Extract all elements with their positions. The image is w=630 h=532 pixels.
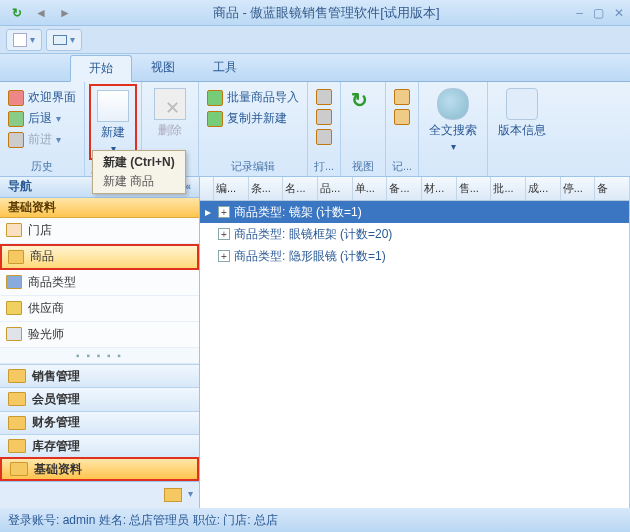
delete-icon: ✕ [154, 88, 186, 120]
search-icon [437, 88, 469, 120]
maximize-icon[interactable]: ▢ [593, 6, 604, 20]
app-menu-button[interactable]: ▾ [6, 29, 42, 51]
ribbon-group-search: 全文搜索▾ [419, 82, 488, 176]
tab-view[interactable]: 视图 [132, 54, 194, 81]
folder-icon [8, 392, 26, 406]
quick-access-bar: ▾ ▾ [0, 26, 630, 54]
back-button[interactable]: 后退▾ [4, 109, 80, 128]
grid-col-cost[interactable]: 成... [526, 177, 561, 200]
grid-col-price[interactable]: 售... [457, 177, 492, 200]
expand-icon[interactable]: + [218, 250, 230, 262]
expand-icon[interactable]: + [218, 228, 230, 240]
nav-item-optometrist[interactable]: 验光师 [0, 322, 199, 348]
grid-col-brand[interactable]: 品... [318, 177, 353, 200]
ribbon-group-version: 版本信息 [488, 82, 556, 176]
grid-col-unit[interactable]: 单... [353, 177, 388, 200]
tab-start[interactable]: 开始 [70, 55, 132, 82]
ribbon-label-memo: 记... [390, 157, 414, 176]
folder-icon [8, 416, 26, 430]
folder-icon[interactable] [164, 488, 182, 502]
ribbon-group-memo: 记... [386, 82, 419, 176]
nav-pane: 导航 « 基础资料 门店 商品 商品类型 供应商 验光师 ▪ ▪ ▪ ▪ ▪ 销… [0, 177, 200, 508]
bulk-import-button[interactable]: 批量商品导入 [203, 88, 303, 107]
refresh-view-button[interactable]: ↻ [345, 84, 381, 116]
ribbon-label-print: 打... [312, 157, 336, 176]
nav-forward-icon[interactable]: ► [54, 3, 76, 23]
grid-col-note[interactable]: 备 [595, 177, 630, 200]
folder-icon [8, 250, 24, 264]
memo-btn-2[interactable] [390, 108, 414, 126]
nav-item-product[interactable]: 商品 [0, 244, 199, 270]
tab-tools[interactable]: 工具 [194, 54, 256, 81]
grid-col-material[interactable]: 材... [422, 177, 457, 200]
nav-footer: ▾ [0, 481, 199, 508]
ribbon-tabs: 开始 视图 工具 [0, 54, 630, 82]
nav-cat-finance[interactable]: 财务管理 [0, 411, 199, 434]
chevron-down-icon[interactable]: ▾ [188, 488, 193, 499]
grid-group-row[interactable]: + 商品类型: 隐形眼镜 (计数=1) [200, 245, 629, 267]
grid-col-stop[interactable]: 停... [561, 177, 596, 200]
nav-section-header[interactable]: 基础资料 [0, 198, 199, 218]
fulltext-search-button[interactable]: 全文搜索▾ [423, 84, 483, 156]
copy-new-button[interactable]: 复制并新建 [203, 109, 303, 128]
title-left-controls: ↻ ◄ ► [6, 3, 76, 23]
nav-item-supplier[interactable]: 供应商 [0, 296, 199, 322]
grid-col-batch[interactable]: 批... [491, 177, 526, 200]
memo-btn-1[interactable] [390, 88, 414, 106]
print-btn-2[interactable] [312, 108, 336, 126]
ribbon-group-print: 打... [308, 82, 341, 176]
person-icon [6, 301, 22, 315]
new-button[interactable]: 新建▾ [89, 84, 137, 160]
nav-cat-stock[interactable]: 库存管理 [0, 434, 199, 457]
grid-group-row[interactable]: + 商品类型: 眼镜框架 (计数=20) [200, 223, 629, 245]
welcome-button[interactable]: 欢迎界面 [4, 88, 80, 107]
layout-button[interactable]: ▾ [46, 29, 82, 51]
refresh-icon[interactable]: ↻ [6, 3, 28, 23]
row-indicator-icon: ▸ [202, 205, 214, 219]
folder-open-icon [10, 462, 28, 476]
print-btn-3[interactable] [312, 128, 336, 146]
ribbon-group-history: 欢迎界面 后退▾ 前进▾ 历史 [0, 82, 85, 176]
nav-cat-member[interactable]: 会员管理 [0, 387, 199, 410]
delete-button[interactable]: ✕ 删除 [146, 84, 194, 143]
ribbon-group-view: ↻ 视图 [341, 82, 386, 176]
grid-col-name[interactable]: 名... [283, 177, 318, 200]
expand-icon[interactable]: + [218, 206, 230, 218]
forward-button[interactable]: 前进▾ [4, 130, 80, 149]
grid-col-code[interactable]: 编... [214, 177, 249, 200]
content-area: 编... 条... 名... 品... 单... 备... 材... 售... … [200, 177, 630, 508]
print-btn-1[interactable] [312, 88, 336, 106]
nav-resize-handle[interactable]: ▪ ▪ ▪ ▪ ▪ [0, 348, 199, 364]
grid-group-row[interactable]: ▸ + 商品类型: 镜架 (计数=1) [200, 201, 629, 223]
grid-header: 编... 条... 名... 品... 单... 备... 材... 售... … [200, 177, 630, 201]
window-title: 商品 - 傲蓝眼镜销售管理软件[试用版本] [76, 4, 576, 22]
tag-icon [6, 275, 22, 289]
tooltip-new: 新建 (Ctrl+N) 新建 商品 [92, 150, 186, 194]
folder-icon [8, 439, 26, 453]
home-icon [6, 223, 22, 237]
ribbon-label-record: 记录编辑 [203, 157, 303, 176]
grid-col-remark[interactable]: 备... [387, 177, 422, 200]
ribbon-group-record: 批量商品导入 复制并新建 记录编辑 [199, 82, 308, 176]
nav-collapse-icon[interactable]: « [185, 181, 191, 192]
nav-back-icon[interactable]: ◄ [30, 3, 52, 23]
main-area: 导航 « 基础资料 门店 商品 商品类型 供应商 验光师 ▪ ▪ ▪ ▪ ▪ 销… [0, 177, 630, 508]
grid-body: ▸ + 商品类型: 镜架 (计数=1) + 商品类型: 眼镜框架 (计数=20)… [200, 201, 630, 508]
ribbon-label-history: 历史 [4, 157, 80, 176]
nav-item-store[interactable]: 门店 [0, 218, 199, 244]
folder-icon [8, 369, 26, 383]
nav-cat-base[interactable]: 基础资料 [0, 457, 199, 481]
minimize-icon[interactable]: – [576, 6, 583, 20]
window-controls: – ▢ ✕ [576, 6, 624, 20]
nav-item-category[interactable]: 商品类型 [0, 270, 199, 296]
version-info-button[interactable]: 版本信息 [492, 84, 552, 143]
card-icon [6, 327, 22, 341]
tooltip-sub: 新建 商品 [103, 173, 175, 190]
status-text: 登录账号: admin 姓名: 总店管理员 职位: 门店: 总店 [8, 512, 278, 529]
grid-col-barcode[interactable]: 条... [249, 177, 284, 200]
title-bar: ↻ ◄ ► 商品 - 傲蓝眼镜销售管理软件[试用版本] – ▢ ✕ [0, 0, 630, 26]
ribbon-label-view: 视图 [345, 157, 381, 176]
nav-cat-sales[interactable]: 销售管理 [0, 364, 199, 387]
grid-header-selector[interactable] [200, 177, 214, 200]
close-icon[interactable]: ✕ [614, 6, 624, 20]
